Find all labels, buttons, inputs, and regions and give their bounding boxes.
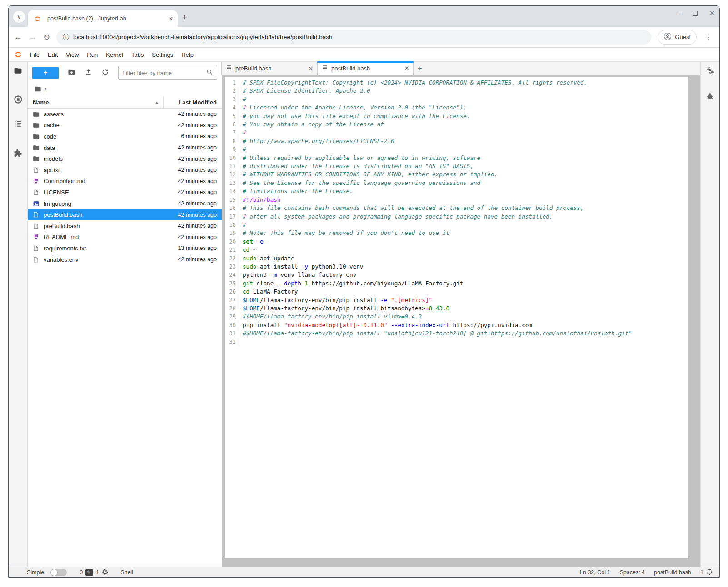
forward-icon[interactable]: → xyxy=(29,32,37,42)
file-row[interactable]: models 42 minutes ago xyxy=(28,153,222,164)
file-row[interactable]: requirements.txt 13 minutes ago xyxy=(28,243,222,254)
new-tab-button[interactable]: + xyxy=(182,12,187,22)
maximize-button[interactable] xyxy=(693,11,698,16)
running-kernels-icon[interactable] xyxy=(14,95,23,106)
line-number: 25 xyxy=(225,279,239,288)
code-line: 14 # limitations under the License. xyxy=(225,187,688,195)
table-of-contents-icon[interactable] xyxy=(14,119,22,130)
file-row[interactable]: data 42 minutes ago xyxy=(28,142,222,154)
filter-files-input[interactable] xyxy=(122,70,204,76)
code-line: 17 # after all system packages and progr… xyxy=(225,213,688,221)
code-editor[interactable]: 1 # SPDX-FileCopyrightText: Copyright (c… xyxy=(225,77,688,558)
line-number: 10 xyxy=(225,154,239,162)
file-row[interactable]: postBuild.bash 42 minutes ago xyxy=(28,209,222,220)
kernel-status-label[interactable]: Shell xyxy=(120,569,133,576)
svg-text:M: M xyxy=(35,234,38,238)
code-line: 24 python3 -m venv llama-factory-env xyxy=(225,271,688,279)
line-number: 20 xyxy=(225,238,239,246)
menu-edit[interactable]: Edit xyxy=(44,50,62,60)
name-column-label: Name xyxy=(33,99,49,106)
simple-mode-toggle[interactable] xyxy=(50,569,67,576)
breadcrumb-path: / xyxy=(45,86,46,93)
code-line: 21 cd ~ xyxy=(225,246,688,254)
browser-window: v postBuild.bash (2) - JupyterLab ✕ + – … xyxy=(8,5,720,578)
code-line: 28 $HOME/llama-factory-env/bin/pip insta… xyxy=(225,304,688,313)
new-folder-icon[interactable] xyxy=(68,68,75,78)
file-row[interactable]: LICENSE 42 minutes ago xyxy=(28,187,222,198)
code-line: 25 git clone --depth 1 https://github.co… xyxy=(225,279,688,288)
new-launcher-button[interactable]: + xyxy=(32,67,59,79)
sort-by-name-header[interactable]: Name ▲ xyxy=(28,96,164,108)
minimize-button[interactable]: – xyxy=(677,10,681,17)
file-row[interactable]: M Contribution.md 42 minutes ago xyxy=(28,176,222,187)
code-line: 19 # Note: This file may be removed if y… xyxy=(225,229,688,237)
running-sessions[interactable]: 0 $_ 1 xyxy=(80,568,109,577)
file-row[interactable]: variables.env 42 minutes ago xyxy=(28,254,222,265)
file-modified: 6 minutes ago xyxy=(158,133,222,139)
menu-tabs[interactable]: Tabs xyxy=(127,50,148,60)
browser-menu-icon[interactable]: ⋮ xyxy=(703,33,714,41)
tab-search-button[interactable]: v xyxy=(13,11,25,23)
extensions-icon[interactable] xyxy=(14,149,22,159)
menu-kernel[interactable]: Kernel xyxy=(102,50,127,60)
file-row[interactable]: M README.md 42 minutes ago xyxy=(28,232,222,243)
refresh-icon[interactable] xyxy=(101,68,109,78)
reload-icon[interactable]: ↻ xyxy=(43,32,50,42)
line-number: 29 xyxy=(225,313,239,321)
upload-icon[interactable] xyxy=(85,68,92,78)
folder-icon xyxy=(33,144,40,151)
menu-run[interactable]: Run xyxy=(83,50,102,60)
file-icon xyxy=(33,211,40,218)
kernels-count: 1 xyxy=(96,569,99,576)
url-bar[interactable]: ⓘ localhost:10004/projects/workbench-lla… xyxy=(56,30,651,45)
code-line: 2 # SPDX-License-Identifier: Apache-2.0 xyxy=(225,87,688,95)
add-editor-tab-button[interactable]: + xyxy=(414,62,426,75)
bell-icon[interactable] xyxy=(706,568,713,577)
menu-file[interactable]: File xyxy=(26,50,44,60)
text-editor-icon xyxy=(322,65,328,72)
code-line: 7 # xyxy=(225,129,688,137)
file-row[interactable]: lm-gui.png 42 minutes ago xyxy=(28,198,222,209)
menu-settings[interactable]: Settings xyxy=(148,50,177,60)
menu-view[interactable]: View xyxy=(62,50,83,60)
file-modified: 42 minutes ago xyxy=(158,167,222,173)
file-name: lm-gui.png xyxy=(44,200,158,207)
file-name: variables.env xyxy=(44,256,158,263)
line-number: 24 xyxy=(225,271,239,279)
code-line: 10 # Unless required by applicable law o… xyxy=(225,154,688,162)
site-info-icon[interactable]: ⓘ xyxy=(63,33,69,41)
line-number: 15 xyxy=(225,196,239,204)
window-close-button[interactable]: ✕ xyxy=(709,10,715,17)
sort-by-modified-header[interactable]: Last Modified xyxy=(164,99,222,106)
file-row[interactable]: code 6 minutes ago xyxy=(28,131,222,142)
file-modified: 42 minutes ago xyxy=(158,122,222,129)
editor-tab-close-icon[interactable]: ✕ xyxy=(404,65,409,71)
editor-tab[interactable]: postBuild.bash ✕ xyxy=(317,61,414,75)
back-icon[interactable]: ← xyxy=(14,32,22,42)
file-row[interactable]: assests 42 minutes ago xyxy=(28,109,222,120)
file-row[interactable]: apt.txt 42 minutes ago xyxy=(28,164,222,176)
property-inspector-icon[interactable] xyxy=(706,66,715,77)
file-browser-icon[interactable] xyxy=(14,66,22,77)
tab-close-icon[interactable]: ✕ xyxy=(169,15,173,22)
profile-button[interactable]: Guest xyxy=(658,30,697,45)
code-line: 20 set -e xyxy=(225,238,688,246)
debugger-bug-icon[interactable] xyxy=(706,92,714,102)
editor-tab-close-icon[interactable]: ✕ xyxy=(309,65,313,72)
editor-tab[interactable]: preBuild.bash ✕ xyxy=(221,62,318,75)
browser-tab[interactable]: postBuild.bash (2) - JupyterLab ✕ xyxy=(28,10,178,27)
line-number: 28 xyxy=(225,304,239,313)
status-bar: Simple 0 $_ 1 Shell Ln 32, Col 1 Spaces:… xyxy=(9,567,719,577)
code-line: 11 # distributed under the License is di… xyxy=(225,162,688,170)
line-number: 1 xyxy=(225,79,239,87)
file-row[interactable]: preBuild.bash 42 minutes ago xyxy=(28,220,222,232)
file-row[interactable]: cache 42 minutes ago xyxy=(28,120,222,131)
spaces-indicator[interactable]: Spaces: 4 xyxy=(619,569,645,576)
breadcrumb[interactable]: / xyxy=(28,83,222,96)
cursor-position[interactable]: Ln 32, Col 1 xyxy=(580,569,610,576)
left-activity-bar xyxy=(9,62,28,567)
menu-help[interactable]: Help xyxy=(177,50,198,60)
notifications-count: 1 xyxy=(700,569,703,576)
code-line: 12 # WITHOUT WARRANTIES OR CONDITIONS OF… xyxy=(225,170,688,179)
svg-text:M: M xyxy=(35,178,38,182)
